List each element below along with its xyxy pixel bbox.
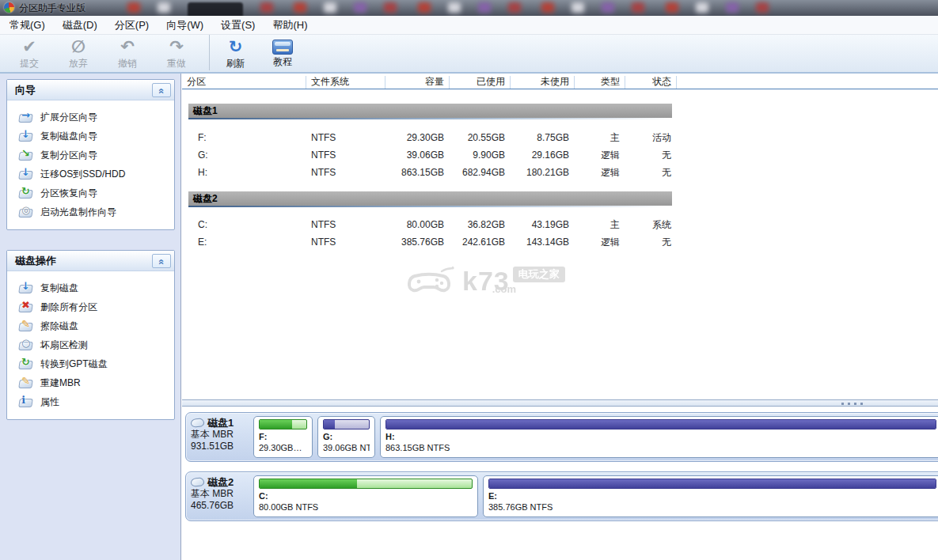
toolbar-button-icon: ↻ — [229, 37, 243, 56]
sidebar-disk-operation-item[interactable]: ℹ 属性 — [10, 392, 171, 411]
cell-capacity: 385.76GB — [385, 236, 450, 248]
sidebar-wizard-item[interactable]: ↓ 复制磁盘向导 — [10, 127, 171, 146]
menu-item[interactable]: 帮助(H) — [264, 16, 316, 34]
sidebar-disk-operation-item[interactable]: ↻ 转换到GPT磁盘 — [10, 354, 171, 373]
sidebar-disk-operation-item[interactable]: ✎ 擦除磁盘 — [10, 316, 171, 335]
sidebar-item-label: 启动光盘制作向导 — [40, 206, 116, 219]
disk2-partitions: C: 80.00GB NTFS E: 385.76GB NTFS — [253, 475, 938, 517]
cell-unused: 143.14GB — [511, 236, 575, 248]
partition-block[interactable]: F: 29.30GB… — [253, 416, 313, 458]
cell-type: 主 — [575, 218, 625, 232]
menu-item[interactable]: 分区(P) — [106, 16, 158, 34]
menu-item[interactable]: 常规(G) — [1, 16, 54, 34]
migrate-os-icon: ↓ — [19, 169, 33, 180]
toolbar-button-label: 教程 — [273, 55, 292, 69]
collapse-panel-button[interactable]: « — [152, 254, 171, 268]
disk-group-header-2: 磁盘2 — [188, 191, 672, 206]
collapse-panel-button[interactable]: « — [152, 83, 171, 97]
cell-type: 逻辑 — [575, 149, 625, 162]
sidebar-wizard-item[interactable]: → 扩展分区向导 — [10, 108, 171, 127]
sidebar-disk-operation-item[interactable]: ○ 坏扇区检测 — [10, 335, 171, 354]
cell-filesystem: NTFS — [306, 219, 385, 230]
sidebar-item-label: 迁移OS到SSD/HDD — [40, 168, 125, 181]
sidebar-wizard-item[interactable]: ↻ 分区恢复向导 — [10, 184, 171, 202]
cell-capacity: 80.00GB — [385, 219, 450, 230]
partition-table-row[interactable]: F: NTFS 29.30GB 20.55GB 8.75GB 主 活动 — [182, 129, 938, 146]
partition-table-row[interactable]: H: NTFS 863.15GB 682.94GB 180.21GB 逻辑 无 — [182, 164, 938, 181]
disk1-info: 磁盘1 基本 MBR 931.51GB — [191, 416, 253, 458]
sidebar-disk-operation-item[interactable]: ✎ 重建MBR — [10, 373, 171, 392]
partition-size: 863.15GB NTFS — [385, 442, 936, 453]
app-body: 向导 « → 扩展分区向导 ↓ 复制磁盘向导 — [0, 74, 938, 560]
partition-size: 29.30GB… — [259, 442, 307, 453]
column-header-partition[interactable]: 分区 — [182, 76, 306, 89]
app-logo-icon — [4, 2, 14, 13]
toolbar: ✔ 提交 ∅ 放弃 ↶ 撤销 ↷ 重做 ↻ 刷新 教程 — [0, 35, 938, 74]
menu-item[interactable]: 向导(W) — [158, 16, 212, 34]
partition-block[interactable]: H: 863.15GB NTFS — [380, 416, 938, 458]
disk1-partition-rows: F: NTFS 29.30GB 20.55GB 8.75GB 主 活动 G: N… — [182, 129, 938, 181]
column-header-type[interactable]: 类型 — [575, 76, 625, 89]
icon-glyph: ℹ — [21, 395, 25, 405]
sidebar-wizard-item[interactable]: ◎ 启动光盘制作向导 — [10, 202, 171, 221]
toolbar-button[interactable]: ↶ 撤销 — [104, 35, 150, 70]
cell-partition: C: — [182, 219, 306, 230]
sidebar-wizard-item[interactable]: ↓ 迁移OS到SSD/HDD — [10, 165, 171, 184]
disk-kind: 基本 MBR — [191, 429, 253, 441]
column-header-capacity[interactable]: 容量 — [385, 76, 450, 89]
partition-size: 385.76GB NTFS — [488, 501, 936, 513]
column-header-filesystem[interactable]: 文件系统 — [306, 76, 385, 89]
cell-used: 36.82GB — [450, 219, 511, 230]
disk-icon — [191, 477, 205, 486]
icon-glyph: → — [21, 110, 30, 120]
cell-unused: 8.75GB — [511, 132, 575, 143]
toolbar-button-label: 重做 — [167, 57, 186, 70]
used-space-bar — [385, 419, 936, 429]
disk-name: 磁盘1 — [207, 417, 234, 429]
toolbar-button-label: 提交 — [20, 57, 39, 70]
sidebar-disk-operation-item[interactable]: ↓ 复制磁盘 — [10, 278, 171, 297]
partition-table-row[interactable]: G: NTFS 39.06GB 9.90GB 29.16GB 逻辑 无 — [182, 146, 938, 164]
sidebar-wizard-item[interactable]: ↘ 复制分区向导 — [10, 146, 171, 165]
cell-filesystem: NTFS — [306, 236, 385, 248]
cell-type: 逻辑 — [575, 236, 625, 249]
sidebar-disk-operation-item[interactable]: ✖ 删除所有分区 — [10, 297, 171, 316]
sidebar-item-label: 属性 — [40, 395, 59, 409]
sidebar-panel-wizards: 向导 « → 扩展分区向导 ↓ 复制磁盘向导 — [6, 79, 175, 230]
partition-block[interactable]: C: 80.00GB NTFS — [253, 475, 478, 517]
panel-title: 磁盘操作 — [15, 255, 56, 267]
watermark-tagline: 电玩之家 — [513, 267, 565, 282]
toolbar-button[interactable]: ∅ 放弃 — [55, 35, 101, 70]
toolbar-button-icon: ✔ — [22, 37, 36, 56]
partition-size: 80.00GB NTFS — [259, 501, 473, 513]
toolbar-button[interactable]: ↷ 重做 — [154, 35, 199, 70]
gamepad-icon — [407, 265, 456, 297]
toolbar-button-label: 刷新 — [226, 57, 245, 70]
toolbar-button[interactable]: ↻ 刷新 — [209, 35, 256, 70]
partition-table-row[interactable]: E: NTFS 385.76GB 242.61GB 143.14GB 逻辑 无 — [182, 233, 938, 251]
icon-glyph: ✎ — [21, 319, 30, 329]
cell-partition: F: — [182, 132, 306, 143]
cell-status: 无 — [625, 236, 677, 249]
column-header-unused[interactable]: 未使用 — [511, 76, 575, 89]
sidebar-item-label: 删除所有分区 — [40, 301, 97, 314]
disk1-map-card[interactable]: 磁盘1 基本 MBR 931.51GB F: 29.30GB… — [185, 412, 938, 462]
column-header-status[interactable]: 状态 — [625, 76, 677, 89]
extend-partition-wizard-icon: → — [19, 112, 33, 123]
disk2-map-card[interactable]: 磁盘2 基本 MBR 465.76GB C: 80.00GB NTFS — [185, 471, 938, 521]
disk-size: 931.51GB — [191, 441, 253, 452]
delete-all-partitions-icon: ✖ — [19, 302, 33, 312]
horizontal-splitter[interactable] — [182, 399, 938, 407]
partition-block[interactable]: E: 385.76GB NTFS — [483, 475, 938, 517]
column-header-used[interactable]: 已使用 — [450, 76, 511, 89]
disk-kind: 基本 MBR — [191, 488, 253, 500]
chevron-up-icon: « — [155, 259, 168, 263]
partition-table-row[interactable]: C: NTFS 80.00GB 36.82GB 43.19GB 主 系统 — [182, 216, 938, 233]
menu-item[interactable]: 设置(S) — [212, 16, 264, 34]
toolbar-button[interactable]: 教程 — [260, 35, 306, 69]
copy-disk-icon: ↓ — [19, 283, 33, 293]
partition-block[interactable]: G: 39.06GB NTFS — [317, 416, 375, 458]
icon-glyph: ○ — [21, 338, 30, 348]
toolbar-button[interactable]: ✔ 提交 — [6, 35, 52, 70]
menu-item[interactable]: 磁盘(D) — [54, 16, 106, 34]
